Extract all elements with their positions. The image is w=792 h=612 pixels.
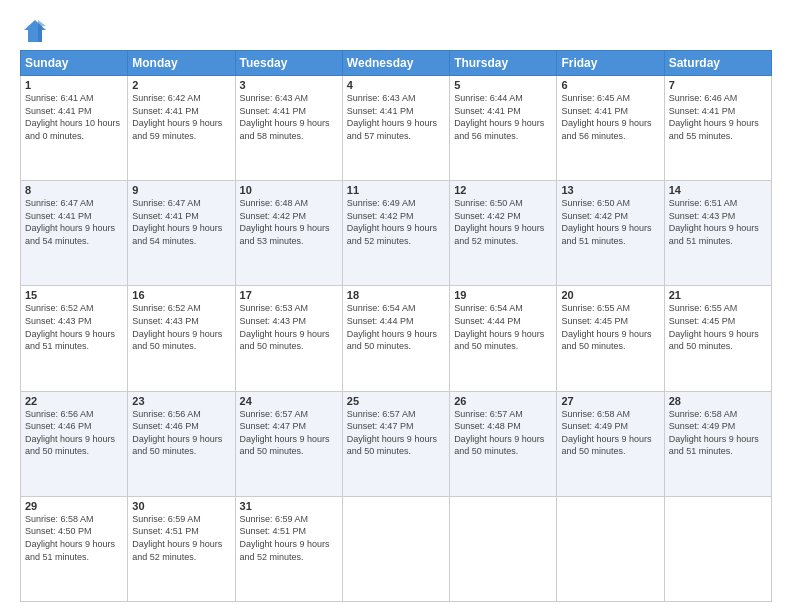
calendar-cell: 13 Sunrise: 6:50 AM Sunset: 4:42 PM Dayl… [557,181,664,286]
calendar-week-row: 29 Sunrise: 6:58 AM Sunset: 4:50 PM Dayl… [21,496,772,601]
logo-icon [20,16,50,46]
day-number: 1 [25,79,123,91]
calendar-header-cell: Sunday [21,51,128,76]
day-info: Sunrise: 6:55 AM Sunset: 4:45 PM Dayligh… [561,302,659,352]
day-number: 21 [669,289,767,301]
day-info: Sunrise: 6:57 AM Sunset: 4:48 PM Dayligh… [454,408,552,458]
calendar-header-cell: Tuesday [235,51,342,76]
day-number: 30 [132,500,230,512]
day-number: 20 [561,289,659,301]
calendar-cell: 7 Sunrise: 6:46 AM Sunset: 4:41 PM Dayli… [664,76,771,181]
day-info: Sunrise: 6:46 AM Sunset: 4:41 PM Dayligh… [669,92,767,142]
day-info: Sunrise: 6:43 AM Sunset: 4:41 PM Dayligh… [240,92,338,142]
day-info: Sunrise: 6:56 AM Sunset: 4:46 PM Dayligh… [132,408,230,458]
day-number: 23 [132,395,230,407]
day-info: Sunrise: 6:43 AM Sunset: 4:41 PM Dayligh… [347,92,445,142]
calendar-table: SundayMondayTuesdayWednesdayThursdayFrid… [20,50,772,602]
day-info: Sunrise: 6:54 AM Sunset: 4:44 PM Dayligh… [454,302,552,352]
calendar-week-row: 8 Sunrise: 6:47 AM Sunset: 4:41 PM Dayli… [21,181,772,286]
calendar-cell: 16 Sunrise: 6:52 AM Sunset: 4:43 PM Dayl… [128,286,235,391]
day-number: 29 [25,500,123,512]
calendar-cell: 23 Sunrise: 6:56 AM Sunset: 4:46 PM Dayl… [128,391,235,496]
calendar-header-cell: Monday [128,51,235,76]
calendar-cell: 1 Sunrise: 6:41 AM Sunset: 4:41 PM Dayli… [21,76,128,181]
day-number: 27 [561,395,659,407]
logo [20,16,54,46]
day-number: 22 [25,395,123,407]
day-number: 13 [561,184,659,196]
calendar-body: 1 Sunrise: 6:41 AM Sunset: 4:41 PM Dayli… [21,76,772,602]
day-number: 2 [132,79,230,91]
calendar-cell: 11 Sunrise: 6:49 AM Sunset: 4:42 PM Dayl… [342,181,449,286]
day-number: 4 [347,79,445,91]
page: SundayMondayTuesdayWednesdayThursdayFrid… [0,0,792,612]
calendar-cell [450,496,557,601]
day-info: Sunrise: 6:55 AM Sunset: 4:45 PM Dayligh… [669,302,767,352]
day-number: 16 [132,289,230,301]
day-info: Sunrise: 6:59 AM Sunset: 4:51 PM Dayligh… [132,513,230,563]
calendar-cell: 6 Sunrise: 6:45 AM Sunset: 4:41 PM Dayli… [557,76,664,181]
calendar-cell: 28 Sunrise: 6:58 AM Sunset: 4:49 PM Dayl… [664,391,771,496]
day-number: 8 [25,184,123,196]
day-info: Sunrise: 6:59 AM Sunset: 4:51 PM Dayligh… [240,513,338,563]
calendar-header-cell: Wednesday [342,51,449,76]
day-number: 12 [454,184,552,196]
calendar-cell: 15 Sunrise: 6:52 AM Sunset: 4:43 PM Dayl… [21,286,128,391]
day-number: 19 [454,289,552,301]
day-number: 7 [669,79,767,91]
day-info: Sunrise: 6:54 AM Sunset: 4:44 PM Dayligh… [347,302,445,352]
day-number: 14 [669,184,767,196]
calendar-cell: 3 Sunrise: 6:43 AM Sunset: 4:41 PM Dayli… [235,76,342,181]
day-info: Sunrise: 6:47 AM Sunset: 4:41 PM Dayligh… [132,197,230,247]
calendar-cell: 24 Sunrise: 6:57 AM Sunset: 4:47 PM Dayl… [235,391,342,496]
day-number: 6 [561,79,659,91]
calendar-header-row: SundayMondayTuesdayWednesdayThursdayFrid… [21,51,772,76]
svg-marker-1 [38,20,46,42]
day-info: Sunrise: 6:45 AM Sunset: 4:41 PM Dayligh… [561,92,659,142]
calendar-cell: 4 Sunrise: 6:43 AM Sunset: 4:41 PM Dayli… [342,76,449,181]
calendar-cell [342,496,449,601]
day-info: Sunrise: 6:53 AM Sunset: 4:43 PM Dayligh… [240,302,338,352]
calendar-cell: 22 Sunrise: 6:56 AM Sunset: 4:46 PM Dayl… [21,391,128,496]
svg-marker-0 [24,20,46,42]
calendar-cell: 2 Sunrise: 6:42 AM Sunset: 4:41 PM Dayli… [128,76,235,181]
day-number: 18 [347,289,445,301]
calendar-cell: 12 Sunrise: 6:50 AM Sunset: 4:42 PM Dayl… [450,181,557,286]
calendar-header-cell: Friday [557,51,664,76]
calendar-week-row: 22 Sunrise: 6:56 AM Sunset: 4:46 PM Dayl… [21,391,772,496]
calendar-cell: 5 Sunrise: 6:44 AM Sunset: 4:41 PM Dayli… [450,76,557,181]
day-info: Sunrise: 6:49 AM Sunset: 4:42 PM Dayligh… [347,197,445,247]
calendar-week-row: 1 Sunrise: 6:41 AM Sunset: 4:41 PM Dayli… [21,76,772,181]
calendar-cell [664,496,771,601]
day-info: Sunrise: 6:41 AM Sunset: 4:41 PM Dayligh… [25,92,123,142]
calendar-week-row: 15 Sunrise: 6:52 AM Sunset: 4:43 PM Dayl… [21,286,772,391]
day-info: Sunrise: 6:42 AM Sunset: 4:41 PM Dayligh… [132,92,230,142]
day-number: 28 [669,395,767,407]
day-info: Sunrise: 6:48 AM Sunset: 4:42 PM Dayligh… [240,197,338,247]
calendar-cell: 29 Sunrise: 6:58 AM Sunset: 4:50 PM Dayl… [21,496,128,601]
calendar-cell: 26 Sunrise: 6:57 AM Sunset: 4:48 PM Dayl… [450,391,557,496]
calendar-cell: 9 Sunrise: 6:47 AM Sunset: 4:41 PM Dayli… [128,181,235,286]
day-info: Sunrise: 6:58 AM Sunset: 4:49 PM Dayligh… [669,408,767,458]
calendar-cell: 20 Sunrise: 6:55 AM Sunset: 4:45 PM Dayl… [557,286,664,391]
day-info: Sunrise: 6:52 AM Sunset: 4:43 PM Dayligh… [132,302,230,352]
day-info: Sunrise: 6:50 AM Sunset: 4:42 PM Dayligh… [561,197,659,247]
day-number: 25 [347,395,445,407]
day-info: Sunrise: 6:47 AM Sunset: 4:41 PM Dayligh… [25,197,123,247]
day-info: Sunrise: 6:58 AM Sunset: 4:49 PM Dayligh… [561,408,659,458]
day-number: 9 [132,184,230,196]
day-number: 5 [454,79,552,91]
day-number: 10 [240,184,338,196]
day-info: Sunrise: 6:57 AM Sunset: 4:47 PM Dayligh… [347,408,445,458]
calendar-cell: 31 Sunrise: 6:59 AM Sunset: 4:51 PM Dayl… [235,496,342,601]
day-number: 15 [25,289,123,301]
day-info: Sunrise: 6:51 AM Sunset: 4:43 PM Dayligh… [669,197,767,247]
day-info: Sunrise: 6:44 AM Sunset: 4:41 PM Dayligh… [454,92,552,142]
day-info: Sunrise: 6:52 AM Sunset: 4:43 PM Dayligh… [25,302,123,352]
calendar-cell: 10 Sunrise: 6:48 AM Sunset: 4:42 PM Dayl… [235,181,342,286]
calendar-cell: 19 Sunrise: 6:54 AM Sunset: 4:44 PM Dayl… [450,286,557,391]
day-info: Sunrise: 6:50 AM Sunset: 4:42 PM Dayligh… [454,197,552,247]
day-number: 11 [347,184,445,196]
calendar-cell: 21 Sunrise: 6:55 AM Sunset: 4:45 PM Dayl… [664,286,771,391]
calendar-cell: 25 Sunrise: 6:57 AM Sunset: 4:47 PM Dayl… [342,391,449,496]
